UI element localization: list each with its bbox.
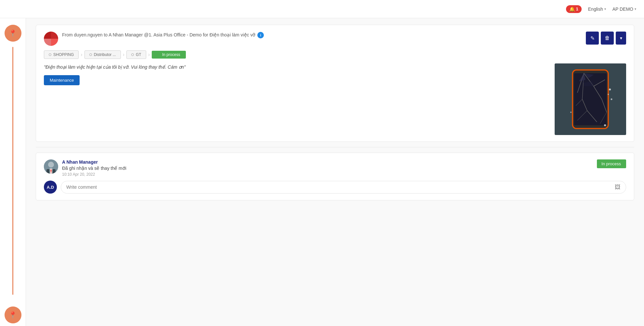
sidebar-timeline-line [12, 47, 13, 295]
edit-icon: ✎ [590, 35, 595, 41]
svg-point-18 [609, 88, 611, 90]
svg-point-20 [611, 99, 612, 100]
in-process-label: In process [162, 52, 180, 57]
shopping-label: SHOPPING [53, 52, 74, 57]
image-upload-icon[interactable]: 🖼 [615, 184, 621, 191]
pipeline-step-shopping[interactable]: SHOPPING [44, 50, 79, 59]
sidebar-bottom-icon[interactable]: 📍 [5, 306, 21, 323]
more-actions-button[interactable]: ▾ [616, 32, 626, 45]
content-area: From duyen.nguyen to A Nhan Manager @1. … [26, 18, 644, 326]
svg-point-19 [608, 94, 609, 95]
pipeline-arrow-3: › [148, 52, 150, 58]
ticket-header: From duyen.nguyen to A Nhan Manager @1. … [44, 32, 626, 46]
distributor-dot [89, 53, 92, 56]
commenter-avatar [44, 159, 58, 174]
user-label: AP DEMO [612, 7, 633, 12]
edit-button[interactable]: ✎ [586, 32, 599, 45]
pipeline-step-distributor[interactable]: Distributor ... [84, 50, 121, 59]
write-comment-area: A.D 🖼 [44, 181, 626, 194]
current-user-avatar: A.D [44, 181, 57, 194]
comment-header: A Nhan Manager Đã ghi nhận và sẽ thay th… [44, 159, 626, 177]
notification-count: 1 [576, 7, 578, 11]
ticket-action-buttons: ✎ 🗑 ▾ [586, 32, 626, 45]
ticket-body-text: "Điện thoại làm việc hiện tại của tôi bị… [44, 63, 548, 85]
comment-text: Đã ghi nhận và sẽ thay thế mới [62, 166, 126, 171]
in-process-dot [158, 53, 160, 56]
chevron-down-icon: ▾ [620, 35, 622, 41]
bottom-nav-icon: 📍 [9, 311, 17, 319]
comment-header-left: A Nhan Manager Đã ghi nhận và sẽ thay th… [44, 159, 126, 177]
ticket-card: From duyen.nguyen to A Nhan Manager @1. … [36, 25, 634, 142]
gt-label: GT [136, 52, 141, 57]
gt-dot [131, 53, 134, 56]
ticket-from-info: From duyen.nguyen to A Nhan Manager @1. … [62, 32, 264, 38]
sidebar-location-icon[interactable]: 📍 [5, 25, 21, 42]
receiver-name[interactable]: A Nhan Manager [109, 32, 143, 37]
commenter-avatar-svg [44, 159, 58, 174]
maintenance-button[interactable]: Maintenance [44, 75, 80, 85]
commenter-name: A Nhan Manager [62, 159, 126, 165]
comment-card: A Nhan Manager Đã ghi nhận và sẽ thay th… [36, 153, 634, 200]
main-layout: 📍 📍 From duyen.nguyen [0, 18, 644, 326]
trash-icon: 🗑 [605, 35, 610, 41]
current-user-initials: A.D [47, 185, 54, 190]
language-label: English [588, 7, 603, 12]
sidebar: 📍 📍 [0, 18, 26, 326]
pipeline-step-in-process[interactable]: In process [152, 51, 186, 59]
location-pin-icon: 📍 [9, 29, 17, 37]
bell-icon: 🔔 [569, 7, 575, 12]
sender-name[interactable]: duyen.nguyen [74, 32, 103, 37]
top-nav: 🔔 1 English ▾ AP DEMO ▾ [0, 0, 644, 18]
language-dropdown-arrow: ▾ [604, 7, 606, 11]
section-divider [36, 147, 634, 147]
distributor-label: Distributor ... [94, 52, 116, 57]
sender-avatar [44, 32, 58, 46]
to-label: to [104, 32, 108, 37]
svg-point-22 [570, 112, 572, 113]
ticket-header-left: From duyen.nguyen to A Nhan Manager @1. … [44, 32, 264, 46]
location-text: @1. Asia Plus Office - Demo for Điện tho… [144, 32, 255, 37]
ticket-image [555, 63, 626, 135]
pipeline-step-gt[interactable]: GT [126, 50, 146, 59]
comment-status-badge: In process [597, 159, 626, 168]
ticket-body: "Điện thoại làm việc hiện tại của tôi bị… [44, 63, 626, 135]
comment-input-wrapper: 🖼 [61, 181, 626, 194]
user-menu[interactable]: AP DEMO ▾ [612, 7, 636, 12]
svg-point-21 [604, 124, 606, 126]
pipeline-arrow-1: › [81, 52, 82, 58]
comment-content: A Nhan Manager Đã ghi nhận và sẽ thay th… [62, 159, 126, 177]
info-icon[interactable]: i [257, 32, 264, 38]
svg-point-24 [48, 162, 54, 168]
delete-button[interactable]: 🗑 [601, 32, 614, 45]
comment-input[interactable] [66, 184, 615, 190]
comment-timestamp: 10:10 Apr 20, 2022 [62, 172, 126, 177]
ticket-quote: "Điện thoại làm việc hiện tại của tôi bị… [44, 63, 548, 71]
user-dropdown-arrow: ▾ [635, 7, 636, 11]
shopping-dot [49, 53, 51, 56]
from-label: From [62, 32, 73, 37]
status-pipeline: SHOPPING › Distributor ... › GT › In pro… [44, 50, 626, 59]
pipeline-arrow-2: › [123, 52, 124, 58]
notification-bell[interactable]: 🔔 1 [566, 5, 582, 13]
language-selector[interactable]: English ▾ [588, 7, 606, 12]
broken-phone-svg [555, 63, 626, 135]
